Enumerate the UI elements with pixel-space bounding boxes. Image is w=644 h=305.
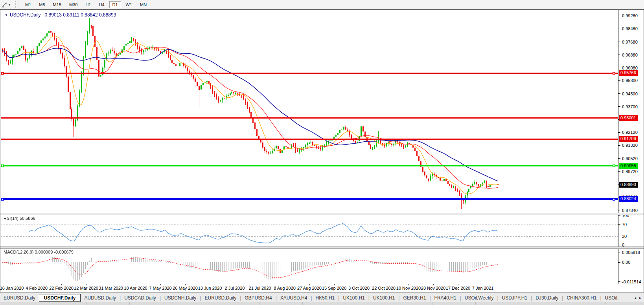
date-tick <box>285 284 285 285</box>
tab-usoil[interactable]: USOil, <box>602 294 622 302</box>
main-chart-pane: ▼USDCHF,Daily0.89013 0.89111 0.88842 0.8… <box>1 11 618 213</box>
hline-price-badge: 0.91709 <box>619 136 638 142</box>
tab-audusd-daily[interactable]: AUDUSD,Daily <box>81 294 120 302</box>
chart-title: ▼USDCHF,Daily0.89013 0.89111 0.88842 0.8… <box>5 12 116 18</box>
chart-ohlc-values: 0.89013 0.89111 0.88842 0.88893 <box>45 12 116 18</box>
date-tick <box>309 284 310 285</box>
price-tick: 0.94500 <box>618 91 638 97</box>
price-tick: 0.89720 <box>618 169 638 174</box>
price-tick-label: 0.89720 <box>622 169 638 174</box>
price-tick-label: 0.97680 <box>622 40 638 44</box>
timeframe-button-m30[interactable]: M30 <box>66 1 81 8</box>
tab-gbpusd-h4[interactable]: GBPUSD,H4 <box>241 294 275 302</box>
collapse-triangle-icon[interactable]: ▼ <box>5 13 8 17</box>
line-handle[interactable] <box>1 198 4 201</box>
price-axis[interactable]: 0.992800.984800.976800.968800.960800.953… <box>618 10 644 284</box>
timeframe-button-w1[interactable]: W1 <box>123 1 136 8</box>
timeframe-button-h4[interactable]: H4 <box>96 1 107 8</box>
tab-scroll-right-icon[interactable]: ▸ <box>639 296 641 300</box>
price-tick-label: 0.90520 <box>622 156 638 161</box>
price-tick: 0.87340 <box>618 208 638 213</box>
line-handle[interactable] <box>613 198 615 201</box>
horizontal-line-0.95766[interactable] <box>1 73 618 74</box>
horizontal-line-0.93001[interactable] <box>1 117 618 119</box>
price-tick: 0.93700 <box>618 104 638 110</box>
tab-dj30-daily[interactable]: DJ30,Daily <box>532 294 562 302</box>
pane-splitter[interactable] <box>0 213 644 215</box>
macd-pane: MACD(12,26,9) 0.000009 -0.000679 <box>1 248 618 284</box>
tab-fra40-h1[interactable]: FRA40,H1 <box>431 294 460 302</box>
rsi-label: RSI(14) 50.5866 <box>4 216 35 221</box>
tab-usdcad-daily[interactable]: USDCAD,Daily <box>121 294 160 302</box>
tick-dash <box>618 262 620 263</box>
timeframe-button-h1[interactable]: H1 <box>82 1 94 8</box>
chart-symbol: USDCHF,Daily <box>10 12 41 18</box>
horizontal-line-0.88024[interactable] <box>1 198 618 200</box>
tab-usoil-weekly[interactable]: USOil,Weekly <box>461 294 497 302</box>
chart-tabs: EURUSD,DailyUSDCHF,DailyAUDUSD,Daily|USD… <box>0 294 622 302</box>
date-axis[interactable]: 16 Jan 20204 Feb 202022 Feb 202012 Mar 2… <box>0 284 644 292</box>
price-tick: 0.92120 <box>618 130 638 135</box>
tab-ger30-h1[interactable]: GER30,H1 <box>399 294 429 302</box>
line-handle[interactable] <box>613 72 615 75</box>
timeframe-toolbar: M1M5M15M30H1H4D1W1MN <box>21 1 151 8</box>
tab-uk100-h1[interactable]: UK100,H1 <box>339 294 368 302</box>
tick-dash <box>618 224 620 225</box>
tab-usdjpy-h1[interactable]: USDJPY,H1 <box>499 294 531 302</box>
date-tick <box>359 284 359 285</box>
tick-dash <box>618 210 620 210</box>
rsi-pane: RSI(14) 50.5866 <box>1 215 618 247</box>
price-tick-label: 0.91320 <box>622 143 638 148</box>
hline-price-badge: 0.90055 <box>619 163 638 169</box>
timeframe-button-m1[interactable]: M1 <box>22 1 34 8</box>
rsi-axis-tick: 30 <box>618 234 627 239</box>
macd-canvas[interactable] <box>1 248 618 284</box>
macd-axis-label: -0.011514 <box>622 279 641 284</box>
tick-dash <box>618 16 620 16</box>
tab-scroll-left-icon[interactable]: ◂ <box>634 296 636 300</box>
price-tick-label: 0.93700 <box>622 104 638 109</box>
date-tick <box>260 284 260 285</box>
timeframe-button-d1[interactable]: D1 <box>109 1 121 8</box>
bottom-strip <box>0 302 644 305</box>
timeframe-button-mn[interactable]: MN <box>137 1 150 8</box>
macd-axis-label: 0.00 <box>622 260 630 265</box>
chart-tabs-bar: EURUSD,DailyUSDCHF,DailyAUDUSD,Daily|USD… <box>0 292 644 303</box>
hline-price-badge: 0.88024 <box>619 196 638 202</box>
rsi-axis-label: 30 <box>622 234 627 239</box>
tab-eurusd-daily[interactable]: EURUSD,Daily <box>201 294 240 302</box>
rsi-canvas[interactable] <box>1 215 618 247</box>
tab-hk50-h1[interactable]: HK50,H1 <box>312 294 339 302</box>
macd-axis-tick: 0.005818 <box>618 250 640 255</box>
price-tick: 0.98480 <box>618 26 638 31</box>
tick-dash <box>618 55 620 55</box>
tab-xauusd-h4[interactable]: XAUUSD,H4 <box>277 294 311 302</box>
tool-dropdown-caret[interactable]: ▾ <box>9 3 13 7</box>
hline-price-badge: 0.95766 <box>619 70 638 76</box>
date-tick <box>210 284 210 285</box>
horizontal-line-0.91709[interactable] <box>1 139 618 140</box>
date-tick <box>483 284 483 285</box>
tab-china300-h1[interactable]: CHINA300,H1 <box>563 294 600 302</box>
timeframe-button-m15[interactable]: M15 <box>50 1 64 8</box>
price-tick-label: 0.92120 <box>622 130 638 135</box>
trendline-cursor-icon[interactable] <box>1 1 9 8</box>
tick-dash <box>618 42 620 42</box>
line-handle[interactable] <box>613 164 615 167</box>
horizontal-line-0.90055[interactable] <box>1 165 618 166</box>
pane-splitter[interactable] <box>0 247 644 249</box>
line-handle[interactable] <box>1 164 4 167</box>
hline-price-badge: 0.93001 <box>619 115 638 121</box>
timeframe-button-m5[interactable]: M5 <box>36 1 48 8</box>
tab-uk100-h1[interactable]: UK100,H1 <box>370 294 398 302</box>
line-handle[interactable] <box>1 72 4 75</box>
macd-axis-tick: 0.00 <box>618 259 630 265</box>
tab-usdchf-daily[interactable]: USDCHF,Daily <box>39 294 81 302</box>
price-tick-label: 0.96880 <box>622 53 638 57</box>
tick-dash <box>618 252 620 252</box>
tab-eurusd-daily[interactable]: EURUSD,Daily <box>0 294 39 302</box>
date-tick <box>408 284 409 285</box>
candlestick-canvas[interactable] <box>1 11 618 213</box>
tab-usdcnh-daily[interactable]: USDCNH,Daily <box>161 294 200 302</box>
tick-dash <box>618 281 620 282</box>
